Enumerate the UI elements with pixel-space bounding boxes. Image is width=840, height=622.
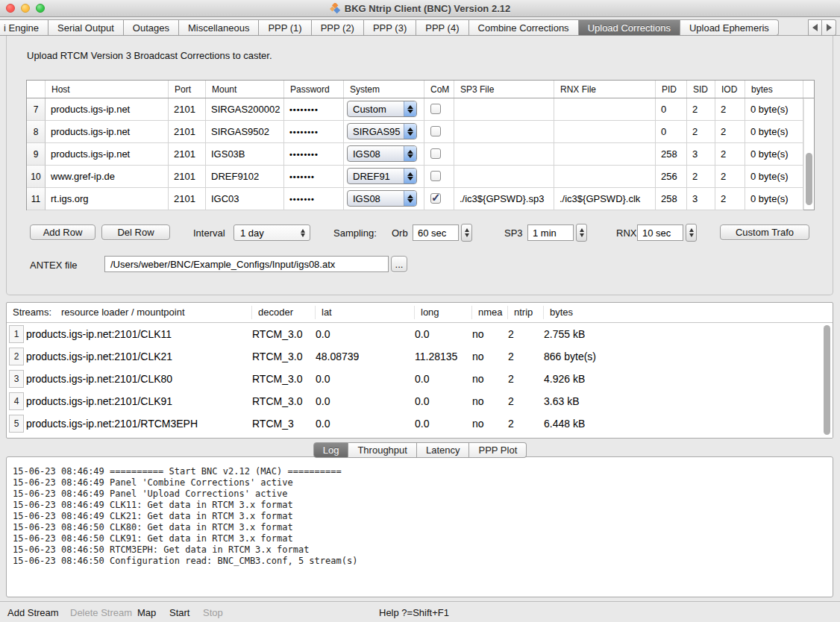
spinner-arrows-icon[interactable] bbox=[461, 224, 472, 242]
orb-spinner[interactable]: 60 sec bbox=[413, 224, 472, 242]
pid-cell[interactable]: 256 bbox=[656, 166, 687, 188]
host-cell[interactable]: products.igs-ip.net bbox=[46, 121, 169, 143]
antex-file-input[interactable]: /Users/weber/BNC/Example_Configs/Input/i… bbox=[104, 256, 389, 272]
password-cell[interactable]: ••••••• bbox=[284, 188, 344, 210]
mount-cell[interactable]: IGC03 bbox=[206, 188, 284, 210]
iod-cell[interactable]: 2 bbox=[715, 188, 745, 210]
rnx-file-cell[interactable]: ./ic3${GPSWD}.clk bbox=[554, 188, 656, 210]
rnx-spinner[interactable]: 10 sec bbox=[637, 224, 697, 242]
orb-value[interactable]: 60 sec bbox=[413, 224, 459, 241]
system-select[interactable]: IGS08 bbox=[347, 190, 417, 207]
iod-cell[interactable]: 2 bbox=[715, 98, 745, 121]
tab-miscellaneous[interactable]: Miscellaneous bbox=[179, 19, 259, 36]
host-cell[interactable]: products.igs-ip.net bbox=[46, 143, 169, 166]
com-checkbox[interactable] bbox=[430, 104, 441, 114]
sp3-file-cell[interactable] bbox=[454, 121, 554, 143]
stream-row[interactable]: 2products.igs-ip.net:2101/CLK21RTCM_3.04… bbox=[7, 345, 833, 368]
tab-serial-output[interactable]: Serial Output bbox=[48, 19, 124, 36]
row-number[interactable]: 7 bbox=[27, 98, 46, 121]
host-cell[interactable]: rt.igs.org bbox=[46, 188, 169, 210]
pid-cell[interactable]: 0 bbox=[656, 121, 687, 143]
bottom-tab-ppp-plot[interactable]: PPP Plot bbox=[469, 442, 527, 458]
stream-row[interactable]: 1products.igs-ip.net:2101/CLK11RTCM_3.00… bbox=[7, 323, 833, 345]
sp3-file-cell[interactable] bbox=[454, 98, 554, 121]
tab-scroll-right-button[interactable] bbox=[822, 19, 836, 36]
antex-browse-button[interactable]: ... bbox=[391, 256, 407, 272]
spinner-arrows-icon[interactable] bbox=[576, 224, 587, 242]
host-cell[interactable]: www.gref-ip.de bbox=[46, 166, 169, 188]
stream-row[interactable]: 3products.igs-ip.net:2101/CLK80RTCM_3.00… bbox=[7, 368, 833, 390]
port-cell[interactable]: 2101 bbox=[169, 98, 206, 121]
tab-upload-ephemeris[interactable]: Upload Ephemeris bbox=[680, 19, 779, 36]
custom-trafo-button[interactable]: Custom Trafo bbox=[720, 224, 809, 240]
pid-cell[interactable]: 0 bbox=[656, 98, 687, 121]
password-cell[interactable]: •••••••• bbox=[284, 121, 344, 143]
statusbar-map[interactable]: Map bbox=[137, 607, 156, 618]
tab-ppp-4[interactable]: PPP (4) bbox=[416, 19, 468, 36]
sid-cell[interactable]: 3 bbox=[687, 188, 715, 210]
tab-scroll-left-button[interactable] bbox=[808, 19, 822, 36]
sid-cell[interactable]: 3 bbox=[687, 143, 715, 166]
bottom-tab-log[interactable]: Log bbox=[313, 442, 349, 458]
system-select[interactable]: IGS08 bbox=[347, 145, 417, 162]
tab-combine-corrections[interactable]: Combine Corrections bbox=[469, 19, 579, 36]
row-number[interactable]: 2 bbox=[9, 348, 24, 365]
com-checkbox[interactable] bbox=[430, 171, 441, 181]
bottom-tab-latency[interactable]: Latency bbox=[417, 442, 470, 458]
sid-cell[interactable]: 2 bbox=[687, 98, 715, 121]
mount-cell[interactable]: DREF9102 bbox=[206, 166, 284, 188]
add-row-button[interactable]: Add Row bbox=[30, 224, 95, 240]
row-number[interactable]: 11 bbox=[27, 188, 46, 210]
rnx-file-cell[interactable] bbox=[554, 143, 656, 166]
spinner-arrows-icon[interactable] bbox=[686, 224, 697, 242]
iod-cell[interactable]: 2 bbox=[715, 166, 745, 188]
iod-cell[interactable]: 2 bbox=[715, 143, 745, 166]
pid-cell[interactable]: 258 bbox=[656, 143, 687, 166]
rnx-file-cell[interactable] bbox=[554, 98, 656, 121]
sp3-file-cell[interactable] bbox=[454, 166, 554, 188]
system-select[interactable]: SIRGAS95 bbox=[347, 123, 417, 139]
tab-outages[interactable]: Outages bbox=[124, 19, 179, 36]
bottom-tab-throughput[interactable]: Throughput bbox=[348, 442, 417, 458]
password-cell[interactable]: •••••••• bbox=[284, 98, 344, 121]
port-cell[interactable]: 2101 bbox=[169, 143, 206, 166]
row-number[interactable]: 3 bbox=[9, 370, 24, 388]
interval-select[interactable]: 1 day bbox=[233, 224, 310, 241]
tab-i-engine[interactable]: i Engine bbox=[0, 19, 48, 36]
stream-row[interactable]: 5products.igs-ip.net:2101/RTCM3EPHRTCM_3… bbox=[7, 412, 833, 435]
streams-scrollbar[interactable] bbox=[822, 324, 833, 438]
statusbar-add-stream[interactable]: Add Stream bbox=[7, 607, 59, 618]
iod-cell[interactable]: 2 bbox=[715, 121, 745, 143]
tab-ppp-1[interactable]: PPP (1) bbox=[259, 19, 311, 36]
row-number[interactable]: 5 bbox=[9, 415, 24, 433]
row-number[interactable]: 1 bbox=[9, 325, 24, 343]
com-checkbox[interactable] bbox=[430, 126, 441, 136]
tab-ppp-3[interactable]: PPP (3) bbox=[364, 19, 416, 36]
upload-table-scrollbar[interactable] bbox=[803, 99, 814, 210]
tab-upload-corrections[interactable]: Upload Corrections bbox=[579, 19, 680, 36]
sid-cell[interactable]: 2 bbox=[687, 166, 715, 188]
sp3-value[interactable]: 1 min bbox=[527, 224, 574, 241]
system-select[interactable]: DREF91 bbox=[347, 168, 417, 184]
row-number[interactable]: 8 bbox=[27, 121, 46, 143]
stream-row[interactable]: 4products.igs-ip.net:2101/CLK91RTCM_3.00… bbox=[7, 390, 833, 412]
password-cell[interactable]: •••••••• bbox=[284, 143, 344, 166]
row-number[interactable]: 4 bbox=[9, 392, 24, 410]
scrollbar-thumb[interactable] bbox=[824, 325, 830, 435]
pid-cell[interactable]: 258 bbox=[656, 188, 687, 210]
host-cell[interactable]: products.igs-ip.net bbox=[46, 98, 169, 121]
rnx-file-cell[interactable] bbox=[554, 166, 656, 188]
sp3-file-cell[interactable] bbox=[454, 143, 554, 166]
rnx-file-cell[interactable] bbox=[554, 121, 656, 143]
sp3-spinner[interactable]: 1 min bbox=[527, 224, 587, 242]
password-cell[interactable]: ••••••• bbox=[284, 166, 344, 188]
port-cell[interactable]: 2101 bbox=[169, 188, 206, 210]
row-number[interactable]: 10 bbox=[27, 166, 46, 188]
sp3-file-cell[interactable]: ./ic3${GPSWD}.sp3 bbox=[454, 188, 554, 210]
mount-cell[interactable]: SIRGAS200002 bbox=[206, 98, 284, 121]
com-checkbox[interactable] bbox=[430, 148, 441, 159]
system-select[interactable]: Custom bbox=[347, 101, 417, 117]
tab-ppp-2[interactable]: PPP (2) bbox=[312, 19, 364, 36]
port-cell[interactable]: 2101 bbox=[169, 121, 206, 143]
mount-cell[interactable]: SIRGAS9502 bbox=[206, 121, 284, 143]
